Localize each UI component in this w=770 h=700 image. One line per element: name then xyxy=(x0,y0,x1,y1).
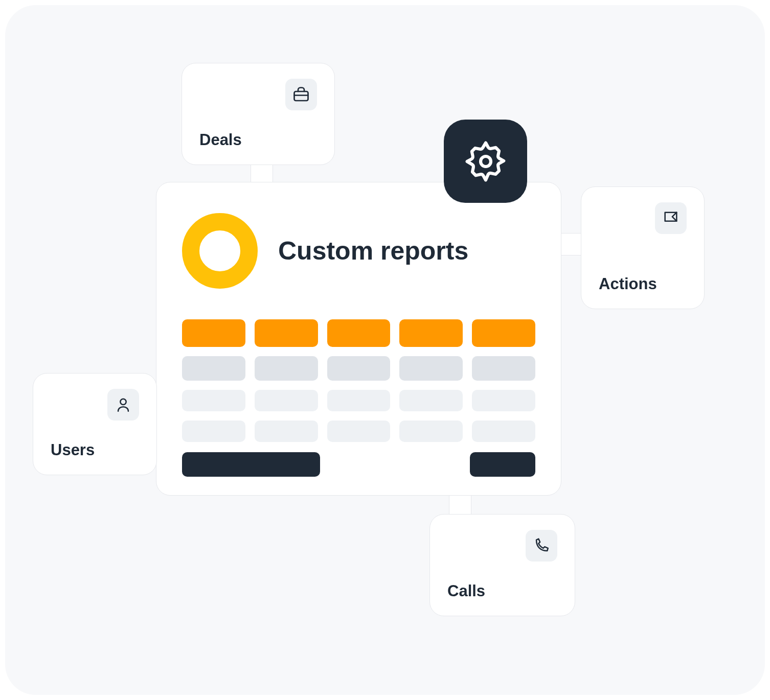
diagram-canvas: Deals Custom reports xyxy=(5,5,765,695)
card-users-label: Users xyxy=(51,441,139,459)
grid-cell xyxy=(327,390,391,411)
grid-footer-bar-right xyxy=(470,452,535,477)
card-deals-label: Deals xyxy=(199,131,317,149)
svg-rect-0 xyxy=(295,91,308,101)
grid-cell xyxy=(255,390,318,411)
report-grid xyxy=(182,319,535,442)
grid-cell xyxy=(327,421,391,442)
main-title: Custom reports xyxy=(278,236,468,266)
card-actions: Actions xyxy=(581,186,705,309)
phone-icon xyxy=(526,530,557,562)
gear-icon xyxy=(444,120,527,203)
flag-icon xyxy=(655,202,687,234)
brand-ring-icon xyxy=(182,213,258,289)
grid-cell xyxy=(472,356,535,381)
grid-cell xyxy=(255,356,318,381)
grid-cell xyxy=(182,421,245,442)
grid-cell xyxy=(182,390,245,411)
grid-cell xyxy=(399,421,463,442)
grid-cell xyxy=(399,356,463,381)
card-users: Users xyxy=(33,373,157,475)
connector-calls xyxy=(449,495,471,515)
grid-cell xyxy=(472,390,535,411)
grid-footer-bar-left xyxy=(182,452,320,477)
svg-point-1 xyxy=(481,156,491,167)
grid-header-cell xyxy=(182,319,245,347)
user-icon xyxy=(107,389,139,421)
main-行-header: Custom reports xyxy=(182,213,535,289)
grid-cell xyxy=(327,356,391,381)
card-deals: Deals xyxy=(182,63,335,165)
connector-actions xyxy=(559,233,582,255)
card-calls-label: Calls xyxy=(447,582,557,600)
grid-footer xyxy=(182,452,535,477)
connector-deals xyxy=(251,163,273,183)
grid-header-cell xyxy=(472,319,535,347)
briefcase-icon xyxy=(285,79,317,110)
card-calls: Calls xyxy=(429,514,575,616)
grid-header-cell xyxy=(255,319,318,347)
grid-header-cell xyxy=(399,319,463,347)
grid-cell xyxy=(255,421,318,442)
main-card-custom-reports: Custom reports xyxy=(156,182,561,496)
card-actions-label: Actions xyxy=(599,275,687,293)
grid-header-cell xyxy=(327,319,391,347)
grid-cell xyxy=(472,421,535,442)
grid-cell xyxy=(399,390,463,411)
grid-cell xyxy=(182,356,245,381)
svg-point-2 xyxy=(120,399,126,405)
